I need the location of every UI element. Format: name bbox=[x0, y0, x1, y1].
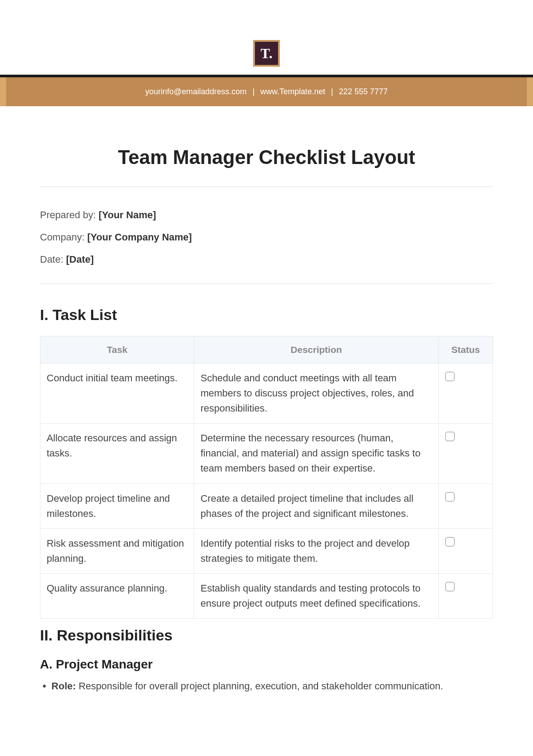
role-text: Responsible for overall project planning… bbox=[76, 680, 443, 692]
cell-task: Quality assurance planning. bbox=[40, 573, 194, 618]
logo-area: T. bbox=[0, 0, 533, 67]
table-header-row: Task Description Status bbox=[40, 336, 493, 364]
task-table: Task Description Status Conduct initial … bbox=[40, 336, 493, 619]
cell-description: Determine the necessary resources (human… bbox=[194, 424, 438, 484]
logo-icon: T. bbox=[253, 40, 280, 67]
cell-task: Allocate resources and assign tasks. bbox=[40, 424, 194, 484]
subsection-pm-heading: A. Project Manager bbox=[40, 657, 493, 672]
checkbox-icon[interactable] bbox=[445, 432, 455, 441]
th-description: Description bbox=[194, 336, 438, 364]
cell-task: Risk assessment and mitigation planning. bbox=[40, 528, 194, 573]
cell-task: Develop project timeline and milestones. bbox=[40, 484, 194, 528]
title-divider bbox=[40, 186, 493, 187]
prepared-label: Prepared by: bbox=[40, 209, 96, 220]
th-status: Status bbox=[438, 336, 493, 364]
cell-status bbox=[438, 424, 493, 484]
separator-icon: | bbox=[252, 87, 255, 96]
table-row: Develop project timeline and milestones.… bbox=[40, 484, 493, 528]
cell-status bbox=[438, 484, 493, 528]
banner-phone: 222 555 7777 bbox=[339, 87, 388, 96]
contact-banner: yourinfo@emailaddress.com | www.Template… bbox=[0, 77, 533, 106]
table-row: Risk assessment and mitigation planning.… bbox=[40, 528, 493, 573]
cell-description: Create a detailed project timeline that … bbox=[194, 484, 438, 528]
meta-date: Date: [Date] bbox=[40, 254, 493, 265]
company-value: [Your Company Name] bbox=[87, 232, 192, 243]
meta-divider bbox=[40, 283, 493, 284]
company-label: Company: bbox=[40, 232, 84, 243]
date-value: [Date] bbox=[66, 254, 94, 265]
banner-email: yourinfo@emailaddress.com bbox=[145, 87, 247, 96]
prepared-value: [Your Name] bbox=[99, 209, 156, 220]
section-tasklist-heading: I. Task List bbox=[40, 306, 493, 324]
page-title: Team Manager Checklist Layout bbox=[40, 146, 493, 168]
table-row: Allocate resources and assign tasks. Det… bbox=[40, 424, 493, 484]
cell-description: Establish quality standards and testing … bbox=[194, 573, 438, 618]
table-row: Conduct initial team meetings. Schedule … bbox=[40, 364, 493, 424]
checkbox-icon[interactable] bbox=[445, 537, 455, 547]
meta-prepared: Prepared by: [Your Name] bbox=[40, 209, 493, 221]
cell-status bbox=[438, 364, 493, 424]
separator-icon: | bbox=[331, 87, 333, 96]
cell-description: Schedule and conduct meetings with all t… bbox=[194, 364, 438, 424]
section-responsibilities-heading: II. Responsibilities bbox=[40, 627, 493, 644]
responsibilities-list: Role: Responsible for overall project pl… bbox=[40, 680, 493, 692]
checkbox-icon[interactable] bbox=[445, 582, 455, 592]
meta-company: Company: [Your Company Name] bbox=[40, 232, 493, 243]
cell-task: Conduct initial team meetings. bbox=[40, 364, 194, 424]
list-item: Role: Responsible for overall project pl… bbox=[43, 680, 493, 692]
banner-website: www.Template.net bbox=[260, 87, 325, 96]
document-page: T. yourinfo@emailaddress.com | www.Templ… bbox=[0, 0, 533, 756]
date-label: Date: bbox=[40, 254, 64, 265]
checkbox-icon[interactable] bbox=[445, 492, 455, 502]
cell-description: Identify potential risks to the project … bbox=[194, 528, 438, 573]
content-area: Team Manager Checklist Layout Prepared b… bbox=[0, 106, 533, 710]
th-task: Task bbox=[40, 336, 194, 364]
cell-status bbox=[438, 573, 493, 618]
cell-status bbox=[438, 528, 493, 573]
checkbox-icon[interactable] bbox=[445, 372, 455, 381]
table-row: Quality assurance planning. Establish qu… bbox=[40, 573, 493, 618]
role-label: Role: bbox=[52, 680, 76, 692]
